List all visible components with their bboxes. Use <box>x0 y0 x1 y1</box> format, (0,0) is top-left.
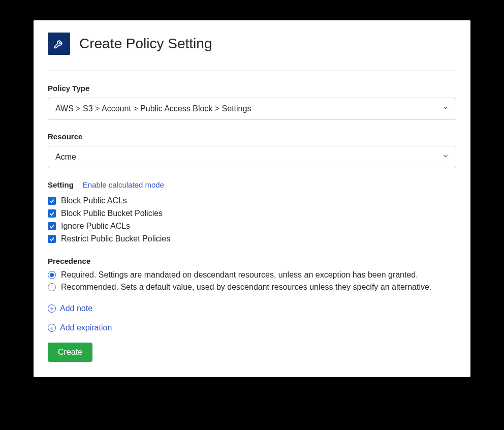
resource-label: Resource <box>48 132 456 141</box>
option-label: Restrict Public Bucket Policies <box>61 234 170 243</box>
add-expiration-link[interactable]: + Add expiration <box>48 323 456 332</box>
setting-options: Block Public ACLs Block Public Bucket Po… <box>48 196 456 243</box>
option-block-public-bucket-policies: Block Public Bucket Policies <box>48 209 456 218</box>
create-policy-panel: Create Policy Setting Policy Type AWS > … <box>34 20 470 377</box>
page-header: Create Policy Setting <box>48 33 456 71</box>
setting-header: Setting Enable calculated mode <box>48 180 456 189</box>
resource-field: Resource Acme <box>48 132 456 168</box>
precedence-label: Precedence <box>48 257 456 265</box>
checkbox[interactable] <box>48 222 56 230</box>
checkbox[interactable] <box>48 209 56 218</box>
radio[interactable] <box>48 271 56 279</box>
precedence-options: Required. Settings are mandated on desce… <box>48 270 456 292</box>
add-note-label: Add note <box>60 304 92 313</box>
option-restrict-public-bucket-policies: Restrict Public Bucket Policies <box>48 234 456 243</box>
checkbox[interactable] <box>48 197 56 205</box>
precedence-recommended: Recommended. Sets a default value, used … <box>48 283 456 292</box>
wrench-icon <box>48 33 70 55</box>
precedence-required: Required. Settings are mandated on desce… <box>48 270 456 280</box>
radio-label: Required. Settings are mandated on desce… <box>61 270 418 280</box>
add-note-link[interactable]: + Add note <box>48 304 456 313</box>
option-label: Ignore Public ACLs <box>61 222 130 231</box>
add-expiration-label: Add expiration <box>60 323 112 332</box>
radio-label: Recommended. Sets a default value, used … <box>61 283 431 292</box>
resource-value: Acme <box>48 146 456 168</box>
option-block-public-acls: Block Public ACLs <box>48 196 456 205</box>
page-title: Create Policy Setting <box>79 36 212 52</box>
resource-select[interactable]: Acme <box>48 146 456 168</box>
policy-type-value: AWS > S3 > Account > Public Access Block… <box>48 98 456 120</box>
option-ignore-public-acls: Ignore Public ACLs <box>48 222 456 231</box>
plus-circle-icon: + <box>48 324 56 332</box>
radio[interactable] <box>48 283 56 291</box>
option-label: Block Public ACLs <box>61 196 127 205</box>
policy-type-field: Policy Type AWS > S3 > Account > Public … <box>48 84 456 120</box>
option-label: Block Public Bucket Policies <box>61 209 163 218</box>
plus-circle-icon: + <box>48 304 56 313</box>
policy-type-select[interactable]: AWS > S3 > Account > Public Access Block… <box>48 98 456 120</box>
create-button[interactable]: Create <box>48 343 92 362</box>
policy-type-label: Policy Type <box>48 84 456 93</box>
checkbox[interactable] <box>48 235 56 243</box>
setting-label: Setting <box>48 180 74 189</box>
enable-calc-mode-link[interactable]: Enable calculated mode <box>83 180 164 189</box>
